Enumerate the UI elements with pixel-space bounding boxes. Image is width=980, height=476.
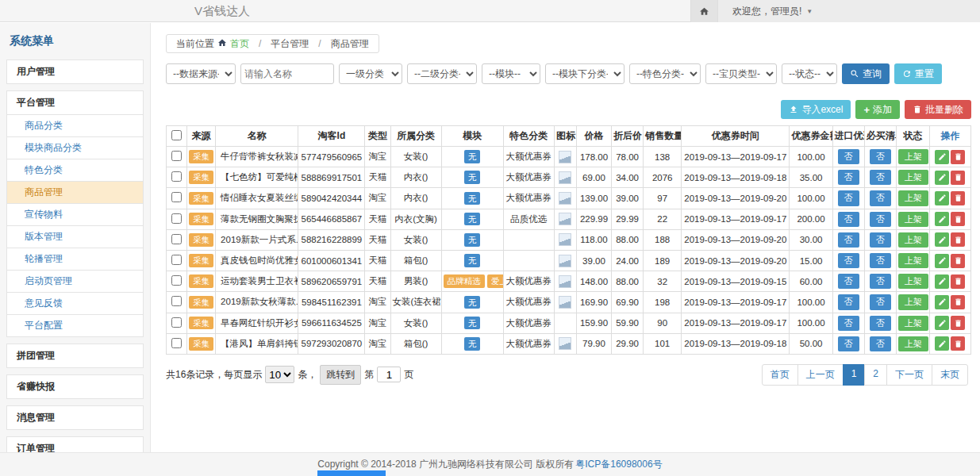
delete-button[interactable] — [951, 212, 965, 226]
name-search-input[interactable] — [240, 63, 334, 84]
status-button[interactable]: 上架 — [898, 232, 928, 248]
edit-button[interactable] — [935, 232, 949, 247]
status-button[interactable]: 上架 — [898, 212, 928, 227]
status-button[interactable]: 上架 — [898, 294, 928, 309]
row-checkbox[interactable] — [171, 192, 182, 202]
page-button[interactable]: 首页 — [762, 364, 798, 386]
sidebar-sub-item[interactable]: 平台配置 — [6, 314, 144, 337]
search-button[interactable]: 查询 — [842, 63, 890, 84]
sidebar-group-item[interactable]: 订单管理 — [6, 436, 144, 452]
must-buy-toggle[interactable]: 否 — [870, 294, 891, 309]
edit-button[interactable] — [935, 316, 949, 330]
import-select-toggle[interactable]: 否 — [838, 274, 859, 289]
level2-category-filter-select[interactable]: --二级分类-- — [407, 63, 477, 84]
delete-button[interactable] — [951, 150, 965, 164]
page-button[interactable]: 1 — [843, 364, 866, 386]
import-select-toggle[interactable]: 否 — [838, 190, 859, 205]
sidebar-group-item[interactable]: 省赚快报 — [6, 374, 144, 399]
breadcrumb-home-segment[interactable]: 当前位置 首页 — [167, 35, 259, 52]
page-button[interactable]: 2 — [864, 364, 887, 386]
row-checkbox[interactable] — [171, 296, 182, 306]
select-all-checkbox[interactable] — [171, 130, 182, 140]
status-button[interactable]: 上架 — [898, 316, 928, 331]
item-type-filter-select[interactable]: --宝贝类型-- — [705, 63, 777, 84]
level1-category-filter-select[interactable]: 一级分类 — [339, 63, 402, 84]
delete-button[interactable] — [951, 171, 965, 185]
sidebar-group-item[interactable]: 平台管理 — [6, 90, 144, 115]
sidebar-sub-item[interactable]: 宣传物料 — [6, 203, 144, 226]
page-button[interactable]: 下一页 — [886, 364, 932, 386]
import-select-toggle[interactable]: 否 — [838, 316, 859, 331]
status-button[interactable]: 上架 — [898, 149, 928, 164]
icp-link[interactable]: 粤ICP备16098006号 — [575, 458, 662, 471]
feature-category-filter-select[interactable]: --特色分类-- — [629, 63, 701, 84]
sidebar-group-item[interactable]: 用户管理 — [6, 60, 144, 84]
module-filter-select[interactable]: --模块-- — [482, 63, 540, 84]
row-checkbox[interactable] — [171, 171, 182, 182]
must-buy-toggle[interactable]: 否 — [870, 170, 891, 185]
jump-button[interactable]: 跳转到 — [320, 365, 361, 385]
row-checkbox[interactable] — [171, 234, 182, 244]
row-checkbox[interactable] — [171, 213, 182, 224]
must-buy-toggle[interactable]: 否 — [870, 212, 891, 227]
must-buy-toggle[interactable]: 否 — [870, 190, 891, 205]
per-page-select[interactable]: 10 — [265, 366, 294, 383]
edit-button[interactable] — [935, 212, 949, 226]
must-buy-toggle[interactable]: 否 — [870, 316, 891, 331]
status-filter-select[interactable]: --状态-- — [782, 63, 837, 84]
status-button[interactable]: 上架 — [898, 274, 928, 289]
delete-button[interactable] — [951, 295, 965, 309]
jump-page-input[interactable] — [377, 367, 401, 382]
page-button[interactable]: 末页 — [932, 364, 968, 386]
sidebar-group-item[interactable]: 消息管理 — [6, 405, 144, 430]
row-checkbox[interactable] — [171, 275, 182, 286]
sidebar-sub-item[interactable]: 轮播管理 — [6, 248, 144, 271]
edit-button[interactable] — [935, 191, 949, 205]
row-checkbox[interactable] — [171, 151, 182, 161]
must-buy-toggle[interactable]: 否 — [870, 149, 891, 164]
status-button[interactable]: 上架 — [898, 170, 928, 185]
add-button[interactable]: + 添加 — [855, 100, 900, 119]
import-select-toggle[interactable]: 否 — [838, 149, 859, 164]
edit-button[interactable] — [935, 295, 949, 309]
delete-button[interactable] — [951, 191, 965, 205]
sidebar-group-item[interactable]: 拼团管理 — [6, 344, 144, 368]
sidebar-sub-item[interactable]: 模块商品分类 — [6, 136, 144, 159]
sidebar-sub-item[interactable]: 启动页管理 — [6, 270, 144, 293]
must-buy-toggle[interactable]: 否 — [870, 232, 891, 248]
import-select-toggle[interactable]: 否 — [838, 170, 859, 185]
status-button[interactable]: 上架 — [898, 253, 928, 268]
row-checkbox[interactable] — [171, 317, 182, 328]
delete-button[interactable] — [951, 274, 965, 289]
delete-button[interactable] — [951, 336, 965, 351]
edit-button[interactable] — [935, 150, 949, 164]
import-select-toggle[interactable]: 否 — [838, 212, 859, 227]
must-buy-toggle[interactable]: 否 — [870, 274, 891, 289]
status-button[interactable]: 上架 — [898, 190, 928, 205]
import-excel-button[interactable]: 导入excel — [781, 100, 851, 119]
import-select-toggle[interactable]: 否 — [838, 232, 859, 248]
delete-button[interactable] — [951, 316, 965, 330]
home-button[interactable] — [691, 0, 718, 22]
import-select-toggle[interactable]: 否 — [838, 336, 859, 351]
edit-button[interactable] — [935, 254, 949, 268]
reset-button[interactable]: 重置 — [894, 63, 942, 84]
must-buy-toggle[interactable]: 否 — [870, 253, 891, 268]
edit-button[interactable] — [935, 171, 949, 185]
edit-button[interactable] — [935, 336, 949, 351]
sidebar-sub-item[interactable]: 商品分类 — [6, 114, 144, 137]
import-select-toggle[interactable]: 否 — [838, 294, 859, 309]
import-select-toggle[interactable]: 否 — [838, 253, 859, 268]
user-menu[interactable]: 欢迎您，管理员! ▼ — [718, 0, 980, 22]
module-subcategory-filter-select[interactable]: --模块下分类-- — [545, 63, 625, 84]
delete-button[interactable] — [951, 232, 965, 247]
row-checkbox[interactable] — [171, 255, 182, 265]
status-button[interactable]: 上架 — [898, 336, 928, 351]
batch-delete-button[interactable]: 批量删除 — [905, 100, 971, 119]
must-buy-toggle[interactable]: 否 — [870, 336, 891, 351]
sidebar-sub-item[interactable]: 意见反馈 — [6, 292, 144, 315]
sidebar-sub-item[interactable]: 版本管理 — [6, 225, 144, 248]
breadcrumb-item-platform[interactable]: 平台管理 — [261, 35, 318, 52]
row-checkbox[interactable] — [171, 338, 182, 348]
delete-button[interactable] — [951, 254, 965, 268]
